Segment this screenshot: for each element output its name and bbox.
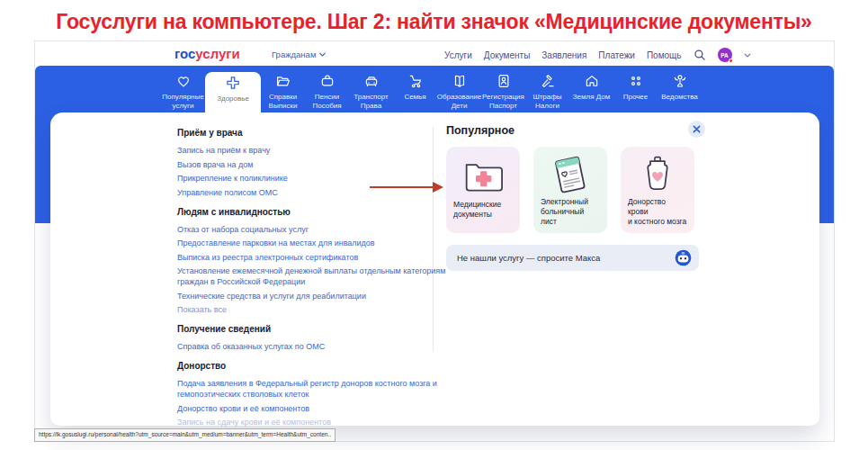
heart-icon [175,73,192,89]
medical-cross-icon [225,75,241,91]
section-heading: Людям с инвалидностью [177,206,447,218]
nav-tab-education[interactable]: Образование Дети [437,66,481,115]
section-heading: Получение сведений [177,323,447,335]
menu-link[interactable]: Выписка из реестра электронных сертифика… [177,252,447,263]
section-heading: Донорство [177,360,447,372]
folder-icon [275,73,291,89]
nav-tab-health[interactable]: Здоровье [205,72,261,115]
menu-links-column: Приём у врача Запись на приём к врачу Вы… [177,127,447,436]
header-link-applications[interactable]: Заявления [541,50,586,60]
nav-tab-transport[interactable]: Транспорт Права [349,66,393,115]
chevron-down-icon[interactable] [744,53,751,58]
card-electronic-sick-leave[interactable]: Электронный больничный лист [533,147,607,233]
page: Госуслуги на компьютере. Шаг 2: найти зн… [0,0,868,450]
assistant-prompt: Не нашли услугу — спросите Макса [457,253,675,263]
tutorial-arrow-head [433,182,443,193]
nav-tab-label: Справки Выписки [269,93,298,110]
house-icon [584,73,600,89]
header-link-services[interactable]: Услуги [444,50,472,60]
nav-tab-label: Земля Дом [573,93,610,102]
avatar[interactable]: РА [718,48,732,62]
close-icon [693,125,701,133]
nav-tab-land-home[interactable]: Земля Дом [569,66,613,115]
audience-dropdown[interactable]: Гражданам [272,50,326,59]
menu-section-information: Получение сведений Справка об оказанных … [177,323,447,352]
menu-link[interactable]: Донорство крови и её компонентов [177,403,447,414]
menu-link[interactable]: Подача заявления в Федеральный регистр д… [177,378,447,400]
card-label: Электронный больничный лист [541,197,600,227]
nav-tab-label: Образование Дети [437,93,482,110]
header-link-documents[interactable]: Документы [484,50,531,60]
nav-tab-label: Пенсии Пособия [312,93,341,110]
nav-tab-label: Прочее [623,93,649,102]
browser-screenshot: госуслуги Гражданам Услуги Документы Зая… [34,40,835,442]
card-blood-donorship[interactable]: Донорство крови и костного мозга [621,147,694,233]
nav-tab-certificates[interactable]: Справки Выписки [261,66,305,115]
category-tabs: Популярные услуги Здоровье Справки Выпис… [161,66,702,115]
stroller-icon [407,73,424,89]
medical-folder-icon [453,153,513,200]
id-card-icon [496,73,512,89]
audience-label: Гражданам [272,50,316,59]
tutorial-caption: Госуслуги на компьютере. Шаг 2: найти зн… [0,10,868,34]
notification-dot [729,58,733,63]
chevron-down-icon [319,52,326,57]
popular-heading: Популярное [446,124,515,137]
blood-bag-icon [628,153,687,197]
nav-tab-registration[interactable]: Регистрация Паспорт [481,66,525,115]
header-link-help[interactable]: Помощь [647,50,682,60]
nav-tab-label: Здоровье [217,94,249,104]
nav-tab-label: Семья [404,93,425,102]
nav-tab-label: Регистрация Паспорт [482,93,524,110]
header-nav: Услуги Документы Заявления Платежи Помощ… [444,48,751,62]
menu-link[interactable]: Управление полисом ОМС [177,187,447,198]
menu-link[interactable]: Предоставление парковки на местах для ин… [177,238,447,248]
menu-link[interactable]: Технические средства и услуги для реабил… [177,291,447,302]
sick-leave-document-icon [541,153,600,197]
nav-tab-fines[interactable]: Штрафы Налоги [525,66,569,115]
menu-link[interactable]: Справка об оказанных услугах по ОМС [177,341,447,352]
robot-max-icon [675,249,692,266]
nav-tab-popular-services[interactable]: Популярные услуги [161,66,205,115]
nav-tab-label: Популярные услуги [162,93,203,110]
menu-link[interactable]: Запись на приём к врачу [177,145,447,156]
nav-tab-agencies[interactable]: Ведомства [658,66,702,115]
gavel-icon [540,73,556,89]
purse-icon [319,73,336,89]
section-heading: Приём у врача [177,127,447,139]
popular-cards: Медицинские документы Электронный больни… [446,147,694,233]
menu-link[interactable]: Вызов врача на дом [177,159,447,170]
close-button[interactable] [688,121,705,138]
show-all-link[interactable]: Показать все [177,304,447,315]
card-medical-documents[interactable]: Медицинские документы [446,147,520,233]
nav-tab-label: Ведомства [661,93,698,102]
card-label: Медицинские документы [453,200,513,220]
status-bar-url: https://lk.gosuslugi.ru/personal/health?… [34,428,336,442]
menu-link[interactable]: Отказ от набора социальных услуг [177,224,447,235]
nav-tab-label: Транспорт Права [353,93,388,110]
menu-link[interactable]: Установление ежемесячной денежной выплат… [177,266,447,287]
health-mega-menu: Приём у врача Запись на приём к врачу Вы… [50,112,819,426]
menu-section-disability: Людям с инвалидностью Отказ от набора со… [177,206,447,316]
menu-section-donorship: Донорство Подача заявления в Федеральный… [177,360,447,428]
nav-tab-family[interactable]: Семья [393,66,437,115]
assistant-search-bar[interactable]: Не нашли услугу — спросите Макса [446,245,699,271]
nav-tab-pensions[interactable]: Пенсии Пособия [305,66,349,115]
gosuslugi-logo[interactable]: госуслуги [174,46,240,61]
car-icon [363,73,380,89]
card-label: Донорство крови и костного мозга [628,197,687,227]
dots-icon [628,73,644,89]
menu-link[interactable]: Запись на сдачу крови и её компонентов [177,417,447,428]
book-icon [452,73,468,89]
emblem-icon [672,73,688,89]
tutorial-arrow [370,186,434,189]
nav-tab-label: Штрафы Налоги [532,93,561,110]
search-icon[interactable] [694,49,706,61]
nav-tab-other[interactable]: Прочее [613,66,658,115]
menu-link[interactable]: Прикрепление к поликлинике [177,173,447,184]
header-link-payments[interactable]: Платежи [598,50,635,60]
